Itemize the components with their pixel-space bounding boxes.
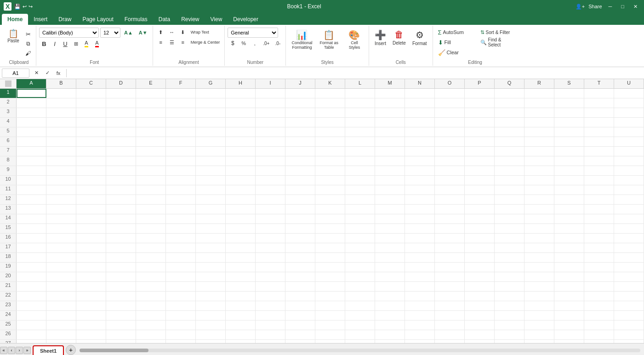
cell[interactable] — [524, 166, 554, 175]
fill-color-button[interactable]: A — [81, 39, 91, 48]
col-header-I[interactable]: I — [256, 79, 285, 88]
cell[interactable] — [554, 311, 584, 320]
cell[interactable] — [226, 156, 256, 166]
cell[interactable] — [315, 205, 345, 214]
cell[interactable] — [196, 282, 226, 291]
increase-font-size-button[interactable]: A▲ — [122, 28, 135, 37]
cell[interactable] — [315, 166, 345, 175]
cell[interactable] — [375, 185, 405, 195]
cell[interactable] — [345, 205, 375, 214]
cell[interactable] — [375, 127, 405, 137]
cell[interactable] — [76, 272, 106, 281]
cell[interactable] — [554, 176, 584, 185]
cell[interactable] — [106, 195, 136, 204]
cell[interactable] — [136, 214, 166, 223]
cell[interactable] — [524, 234, 554, 243]
cell[interactable] — [524, 98, 554, 108]
delete-button[interactable]: 🗑 Delete — [390, 28, 409, 47]
cell[interactable] — [315, 176, 345, 185]
cell[interactable] — [76, 166, 106, 175]
cell[interactable] — [196, 243, 226, 252]
cell[interactable] — [106, 98, 136, 108]
cell[interactable] — [495, 89, 524, 98]
cell[interactable] — [614, 214, 644, 223]
sheet-nav-prev[interactable]: ‹ — [8, 347, 15, 354]
cell[interactable] — [256, 282, 285, 291]
cell[interactable] — [256, 340, 285, 343]
cell[interactable] — [196, 127, 226, 137]
sheet-nav-last[interactable]: » — [23, 347, 31, 354]
cell[interactable] — [256, 330, 285, 339]
cell[interactable] — [46, 340, 76, 343]
cell[interactable] — [435, 108, 465, 117]
cell[interactable] — [136, 166, 166, 175]
cell[interactable] — [614, 156, 644, 166]
align-bottom-button[interactable]: ⬇ — [178, 28, 188, 37]
cell[interactable] — [345, 330, 375, 339]
cell[interactable] — [17, 147, 46, 156]
cell[interactable] — [106, 185, 136, 195]
cell[interactable] — [614, 330, 644, 339]
cell[interactable] — [17, 282, 46, 291]
cell[interactable] — [495, 340, 524, 343]
cell[interactable] — [17, 272, 46, 281]
cell[interactable] — [495, 311, 524, 320]
cell[interactable] — [554, 340, 584, 343]
cell[interactable] — [256, 195, 285, 204]
row-number-10[interactable]: 10 — [0, 176, 17, 185]
cell[interactable] — [584, 147, 614, 156]
cell[interactable] — [584, 127, 614, 137]
cell[interactable] — [375, 234, 405, 243]
cell[interactable] — [495, 234, 524, 243]
cell[interactable] — [584, 195, 614, 204]
cell[interactable] — [226, 224, 256, 233]
cell[interactable] — [166, 234, 196, 243]
cell[interactable] — [106, 340, 136, 343]
row-number-13[interactable]: 13 — [0, 205, 17, 214]
cell[interactable] — [226, 108, 256, 117]
cell[interactable] — [76, 147, 106, 156]
cell[interactable] — [76, 253, 106, 262]
cell[interactable] — [46, 292, 76, 301]
cell[interactable] — [315, 321, 345, 330]
row-number-2[interactable]: 2 — [0, 98, 17, 108]
cell[interactable] — [76, 263, 106, 272]
cell[interactable] — [136, 224, 166, 233]
tab-draw[interactable]: Draw — [53, 14, 77, 25]
cell[interactable] — [405, 118, 435, 127]
cell[interactable] — [524, 89, 554, 98]
cell[interactable] — [465, 147, 495, 156]
cell[interactable] — [315, 301, 345, 310]
row-number-4[interactable]: 4 — [0, 118, 17, 127]
cell[interactable] — [76, 185, 106, 195]
row-number-15[interactable]: 15 — [0, 224, 17, 233]
cell[interactable] — [495, 282, 524, 291]
cell[interactable] — [196, 263, 226, 272]
cell[interactable] — [584, 137, 614, 146]
cell[interactable] — [285, 185, 315, 195]
increase-decimal-button[interactable]: .0+ — [261, 39, 272, 48]
cell[interactable] — [495, 118, 524, 127]
cell[interactable] — [584, 98, 614, 108]
cell[interactable] — [614, 243, 644, 252]
row-number-23[interactable]: 23 — [0, 301, 17, 310]
cell[interactable] — [315, 89, 345, 98]
cell[interactable] — [136, 147, 166, 156]
cell[interactable] — [166, 118, 196, 127]
cell[interactable] — [554, 205, 584, 214]
cell[interactable] — [226, 321, 256, 330]
cell[interactable] — [524, 311, 554, 320]
copy-button[interactable]: ⧉ — [23, 39, 33, 48]
cell[interactable] — [136, 340, 166, 343]
cell[interactable] — [136, 89, 166, 98]
cell[interactable] — [196, 321, 226, 330]
cell[interactable] — [285, 137, 315, 146]
cell[interactable] — [584, 311, 614, 320]
cell[interactable] — [614, 166, 644, 175]
cell[interactable] — [465, 156, 495, 166]
decrease-decimal-button[interactable]: .0- — [273, 39, 283, 48]
row-number-22[interactable]: 22 — [0, 292, 17, 301]
cell[interactable] — [76, 301, 106, 310]
cell[interactable] — [465, 301, 495, 310]
borders-button[interactable]: ⊞ — [71, 39, 81, 48]
